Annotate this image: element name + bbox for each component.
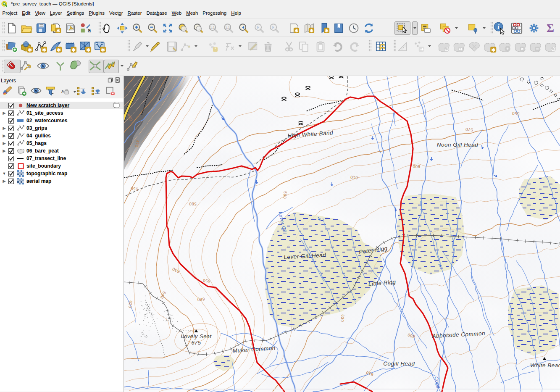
svg-text:675: 675: [191, 339, 201, 346]
svg-text:550: 550: [130, 186, 138, 192]
svg-text:Cogill Head: Cogill Head: [383, 360, 415, 367]
svg-text:620: 620: [128, 300, 133, 308]
svg-text:Noon Gill Head: Noon Gill Head: [437, 142, 478, 148]
svg-text:590: 590: [282, 191, 288, 199]
svg-text:610: 610: [350, 175, 358, 180]
svg-text:ε: ε: [61, 87, 64, 95]
svg-text:650: 650: [202, 278, 210, 284]
svg-text:660: 660: [197, 297, 205, 302]
svg-text:i: i: [497, 23, 500, 30]
svg-text:Lovely Seat: Lovely Seat: [181, 333, 212, 339]
svg-text:1:1: 1:1: [225, 26, 230, 29]
svg-text:*: *: [214, 47, 216, 52]
svg-text:Σ: Σ: [547, 22, 554, 34]
svg-text:570: 570: [465, 127, 473, 132]
svg-text:White Beaco: White Beaco: [530, 362, 560, 368]
svg-text:630: 630: [340, 314, 345, 322]
svg-text:580: 580: [189, 202, 197, 207]
svg-text:600: 600: [413, 164, 421, 169]
svg-text:a: a: [88, 27, 91, 34]
svg-text:550: 550: [512, 111, 520, 116]
svg-text:1:1: 1:1: [210, 26, 215, 29]
